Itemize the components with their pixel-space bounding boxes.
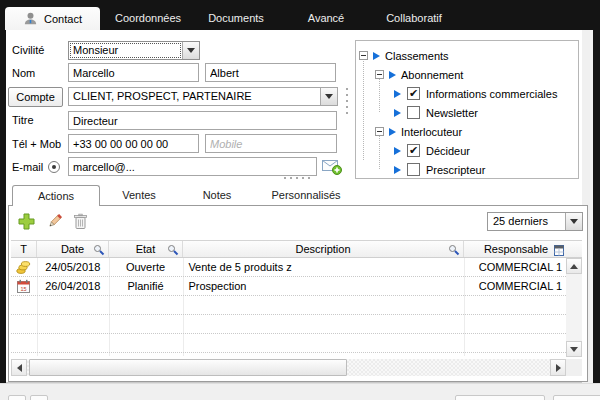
tab-contact[interactable]: Contact xyxy=(5,7,100,30)
tree-node-newsletter[interactable]: Newsletter xyxy=(356,103,578,122)
filter-value: 25 derniers xyxy=(488,213,565,230)
civilite-dropdown-button[interactable] xyxy=(182,42,199,59)
dialog-cancel-button[interactable] xyxy=(553,395,600,400)
checkbox[interactable] xyxy=(407,87,420,100)
scroll-left-button[interactable] xyxy=(11,359,27,376)
arrow-down-icon xyxy=(570,347,578,352)
titre-input[interactable] xyxy=(68,111,337,130)
email-label: E-mail xyxy=(12,161,43,173)
tree-arrow-icon xyxy=(389,71,396,79)
cell-description: Prospection xyxy=(182,280,462,292)
tab-coordonnees[interactable]: Coordonnées xyxy=(103,7,193,29)
column-header-responsable[interactable]: Responsable xyxy=(464,241,568,257)
contact-tab-page: Civilité Monsieur Nom Compte CLIENT, PRO… xyxy=(6,30,582,383)
tab-avance[interactable]: Avancé xyxy=(281,7,371,29)
tree-node-label: Classements xyxy=(385,50,449,62)
contact-person-icon xyxy=(23,11,38,26)
tree-node-label: Newsletter xyxy=(426,107,478,119)
calendar-icon: 15 xyxy=(16,279,31,294)
search-filter-icon[interactable] xyxy=(448,244,460,256)
svg-text:15: 15 xyxy=(21,285,27,291)
contact-dialog: Contact Coordonnées Documents Avancé Col… xyxy=(0,0,600,400)
grid-empty-row xyxy=(11,315,566,334)
tree-node-classements[interactable]: Classements xyxy=(356,46,578,65)
tab-notes[interactable]: Notes xyxy=(178,185,256,206)
grid-row-1[interactable]: 24/05/2018 Ouverte Vente de 5 produits z… xyxy=(11,258,566,277)
civilite-combobox[interactable]: Monsieur xyxy=(68,41,200,60)
scroll-down-button[interactable] xyxy=(566,341,582,357)
main-tab-bar: Contact Coordonnées Documents Avancé Col… xyxy=(0,0,600,30)
vertical-splitter-grip[interactable] xyxy=(346,88,348,90)
cell-etat: Ouverte xyxy=(109,261,183,273)
tree-node-label: Décideur xyxy=(426,145,470,157)
arrow-right-icon xyxy=(556,364,561,372)
collapse-icon[interactable] xyxy=(359,51,368,60)
grid-empty-row xyxy=(11,296,566,315)
column-label: Date xyxy=(61,243,84,255)
add-button[interactable] xyxy=(18,213,35,230)
horizontal-splitter-grip[interactable] xyxy=(284,177,286,179)
tab-contact-label: Contact xyxy=(44,13,82,25)
checkbox[interactable] xyxy=(407,163,420,176)
tree-node-abonnement[interactable]: Abonnement xyxy=(356,65,578,84)
civilite-label: Civilité xyxy=(12,44,44,56)
grid-horizontal-scrollbar[interactable] xyxy=(11,359,566,376)
tree-node-prescripteur[interactable]: Prescripteur xyxy=(356,160,578,179)
compte-dropdown-button[interactable] xyxy=(320,88,337,105)
tree-node-informations-commerciales[interactable]: Informations commerciales xyxy=(356,84,578,103)
search-filter-icon[interactable] xyxy=(93,244,105,256)
tab-personnalises[interactable]: Personnalisés xyxy=(256,185,356,206)
checkbox[interactable] xyxy=(407,144,420,157)
tree-arrow-icon xyxy=(394,109,401,117)
checkbox[interactable] xyxy=(407,106,420,119)
email-input[interactable] xyxy=(68,157,317,176)
search-filter-icon[interactable] xyxy=(167,244,179,256)
cell-etat: Planifié xyxy=(109,280,183,292)
column-header-type[interactable]: T xyxy=(11,241,37,257)
tree-node-interlocuteur[interactable]: Interlocuteur xyxy=(356,122,578,141)
delete-button[interactable] xyxy=(72,213,89,230)
tab-collaboratif[interactable]: Collaboratif xyxy=(371,7,457,29)
prenom-input[interactable] xyxy=(205,63,336,82)
sub-tab-bar: Actions Ventes Notes Personnalisés xyxy=(6,185,582,206)
dialog-small-button-1[interactable] xyxy=(8,395,26,400)
dialog-small-button-2[interactable] xyxy=(30,395,48,400)
telephone-input[interactable] xyxy=(68,134,199,153)
tab-documents[interactable]: Documents xyxy=(193,7,279,29)
arrow-left-icon xyxy=(17,364,22,372)
scroll-up-button[interactable] xyxy=(566,258,582,274)
column-header-description[interactable]: Description xyxy=(183,241,464,257)
collapse-icon[interactable] xyxy=(375,127,384,136)
column-header-etat[interactable]: Etat xyxy=(109,241,183,257)
tab-ventes[interactable]: Ventes xyxy=(100,185,178,206)
scrollbar-thumb[interactable] xyxy=(29,359,347,376)
chevron-down-icon xyxy=(325,94,333,99)
scroll-right-button[interactable] xyxy=(550,359,566,376)
tree-arrow-icon xyxy=(394,166,401,174)
email-radio[interactable] xyxy=(48,161,60,173)
nom-input[interactable] xyxy=(68,63,199,82)
column-chooser-icon[interactable] xyxy=(553,244,565,257)
edit-button[interactable] xyxy=(46,213,63,230)
compte-combobox[interactable]: CLIENT, PROSPECT, PARTENAIRE xyxy=(68,87,338,106)
cell-responsable: COMMERCIAL 1 xyxy=(462,261,566,273)
tree-node-decideur[interactable]: Décideur xyxy=(356,141,578,160)
chevron-down-icon xyxy=(570,219,578,224)
grid-vertical-scrollbar[interactable] xyxy=(566,258,582,357)
grid-row-2[interactable]: 15 26/04/2018 Planifié Prospection COMME… xyxy=(11,277,566,296)
cell-date: 24/05/2018 xyxy=(37,261,109,273)
tel-label: Tél + Mob xyxy=(12,138,61,150)
tree-node-label: Informations commerciales xyxy=(426,88,557,100)
send-email-icon[interactable] xyxy=(322,159,342,175)
mobile-input[interactable] xyxy=(205,134,337,153)
dialog-ok-button[interactable] xyxy=(455,395,545,400)
scrollbar-track[interactable] xyxy=(27,359,550,376)
nom-label: Nom xyxy=(12,67,35,79)
column-label: Responsable xyxy=(484,243,548,255)
collapse-icon[interactable] xyxy=(375,70,384,79)
column-header-date[interactable]: Date xyxy=(37,241,109,257)
filter-dropdown-button[interactable] xyxy=(565,213,582,230)
filter-combobox[interactable]: 25 derniers xyxy=(487,212,583,231)
tab-actions[interactable]: Actions xyxy=(12,185,100,206)
compte-button[interactable]: Compte xyxy=(8,87,63,107)
